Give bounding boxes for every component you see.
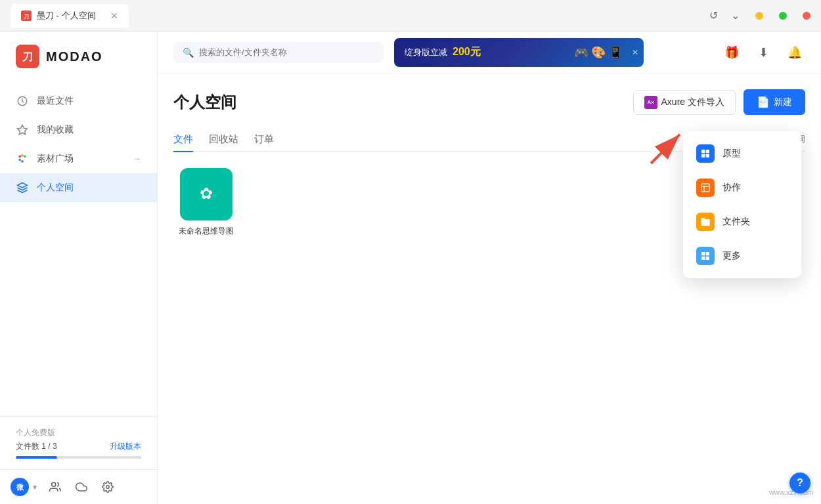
dropdown-item-folder[interactable]: 文件夹 xyxy=(683,205,801,239)
dropdown-item-collab-label: 协作 xyxy=(722,182,741,194)
reload-btn[interactable]: ↺ xyxy=(709,9,718,22)
logo-text: MODAO xyxy=(46,49,103,64)
svg-rect-17 xyxy=(701,154,705,158)
file-count-row: 文件数 1 / 3 升级版本 xyxy=(16,441,141,452)
svg-line-27 xyxy=(651,135,680,163)
tab-orders[interactable]: 订单 xyxy=(254,128,274,151)
axure-import-btn[interactable]: Ax Axure 文件导入 xyxy=(633,90,736,115)
users-icon[interactable] xyxy=(46,478,64,496)
avatar[interactable]: 微 xyxy=(11,478,29,496)
banner-highlight: 200元 xyxy=(453,45,481,59)
svg-text:刀: 刀 xyxy=(23,13,29,19)
file-thumbnail: ✿ xyxy=(180,168,233,220)
win-maximize-btn[interactable] xyxy=(779,12,787,20)
svg-rect-19 xyxy=(701,184,709,192)
file-name: 未命名思维导图 xyxy=(179,226,234,237)
sidebar-item-recent-label: 最近文件 xyxy=(37,95,74,107)
dropdown-item-prototype[interactable]: 原型 xyxy=(683,136,801,171)
tab-files-label: 文件 xyxy=(173,133,193,144)
axure-icon: Ax xyxy=(644,96,657,109)
tab-orders-label: 订单 xyxy=(254,133,274,144)
clock-icon xyxy=(16,94,29,108)
browser-controls: ↺ ⌄ xyxy=(709,9,810,22)
avatar-dropdown-icon: ▼ xyxy=(32,484,38,491)
sidebar-item-favorites[interactable]: 我的收藏 xyxy=(0,116,157,144)
new-btn[interactable]: 📄 新建 xyxy=(743,89,805,115)
logo-icon: 刀 xyxy=(16,45,39,68)
sidebar-item-personal[interactable]: 个人空间 xyxy=(0,173,157,202)
svg-point-10 xyxy=(21,160,24,163)
sidebar-item-assets-label: 素材广场 xyxy=(37,153,74,165)
avatar-text: 微 xyxy=(16,482,24,492)
collab-icon xyxy=(696,178,715,197)
tab-trash-label: 回收站 xyxy=(209,133,238,144)
tab-favicon: 刀 xyxy=(21,10,32,21)
sidebar: 刀 MODAO 最近文件 我的收藏 xyxy=(0,32,158,504)
browser-chrome: 刀 墨刀 - 个人空间 ✕ ↺ ⌄ xyxy=(0,0,821,32)
axure-btn-label: Axure 文件导入 xyxy=(661,96,724,108)
dropdown-item-more-label: 更多 xyxy=(722,250,741,262)
page-header: 个人空间 Ax Axure 文件导入 📄 新建 xyxy=(173,89,805,115)
svg-point-6 xyxy=(18,155,21,158)
sidebar-item-recent[interactable]: 最近文件 xyxy=(0,87,157,116)
svg-point-12 xyxy=(106,486,110,489)
header-actions: Ax Axure 文件导入 📄 新建 xyxy=(633,89,805,115)
promo-banner[interactable]: 绽身版立减 200元 🎮 🎨 📱 ✕ xyxy=(394,38,644,67)
star-icon xyxy=(16,123,29,136)
nav-arrow-icon: → xyxy=(133,154,141,163)
file-item[interactable]: ✿ 未命名思维导图 xyxy=(173,168,239,237)
sidebar-item-personal-label: 个人空间 xyxy=(37,182,74,194)
progress-bar-fill xyxy=(16,456,57,459)
svg-rect-15 xyxy=(701,150,705,153)
svg-point-11 xyxy=(52,482,56,486)
svg-point-8 xyxy=(24,155,26,158)
upgrade-link[interactable]: 升级版本 xyxy=(110,441,141,452)
new-icon: 📄 xyxy=(757,96,770,108)
svg-rect-25 xyxy=(706,257,709,260)
more-icon xyxy=(696,247,715,265)
banner-close-btn[interactable]: ✕ xyxy=(632,48,638,57)
topbar-right: 🎁 ⬇ 🔔 xyxy=(721,42,805,63)
topbar: 🔍 绽身版立减 200元 🎮 🎨 📱 ✕ 🎁 ⬇ 🔔 xyxy=(158,32,821,74)
tab-trash[interactable]: 回收站 xyxy=(209,128,238,151)
folder-icon xyxy=(696,213,715,231)
menu-btn[interactable]: ⌄ xyxy=(731,9,740,22)
settings-icon[interactable] xyxy=(99,478,117,496)
dropdown-item-collab[interactable]: 协作 xyxy=(683,171,801,205)
dropdown-menu: 原型 协作 文件夹 更多 xyxy=(683,131,801,278)
banner-text: 绽身版立减 xyxy=(405,47,447,58)
svg-point-7 xyxy=(21,154,24,157)
dropdown-item-more[interactable]: 更多 xyxy=(683,239,801,273)
sidebar-footer: 个人免费版 文件数 1 / 3 升级版本 xyxy=(0,416,157,469)
tab-files[interactable]: 文件 xyxy=(173,128,193,151)
prototype-icon xyxy=(696,144,715,163)
page-title: 个人空间 xyxy=(173,92,236,113)
win-minimize-btn[interactable] xyxy=(755,12,763,20)
svg-rect-16 xyxy=(706,150,709,153)
gift-icon[interactable]: 🎁 xyxy=(721,42,742,63)
help-btn[interactable]: ? xyxy=(789,472,810,494)
tab-close-btn[interactable]: ✕ xyxy=(110,10,118,21)
arrow-pointer xyxy=(640,121,693,177)
sidebar-bottom: 微 ▼ xyxy=(0,469,157,504)
sidebar-nav: 最近文件 我的收藏 素材广场 → 个 xyxy=(0,81,157,416)
cloud-icon[interactable] xyxy=(72,478,91,496)
browser-tab[interactable]: 刀 墨刀 - 个人空间 ✕ xyxy=(11,4,129,28)
dropdown-item-folder-label: 文件夹 xyxy=(722,216,750,228)
sidebar-item-assets[interactable]: 素材广场 → xyxy=(0,144,157,173)
version-label: 个人免费版 xyxy=(16,427,141,438)
win-close-btn[interactable] xyxy=(803,12,810,20)
bell-icon[interactable]: 🔔 xyxy=(784,42,805,63)
palette-icon xyxy=(16,152,29,165)
svg-text:✿: ✿ xyxy=(200,184,213,202)
search-input[interactable] xyxy=(199,47,374,57)
search-icon: 🔍 xyxy=(183,47,194,58)
download-icon[interactable]: ⬇ xyxy=(753,42,774,63)
svg-point-9 xyxy=(18,159,21,161)
banner-icons: 🎮 🎨 📱 xyxy=(574,45,623,60)
search-box[interactable]: 🔍 xyxy=(173,42,384,63)
svg-rect-18 xyxy=(706,154,709,158)
file-count-text: 文件数 1 / 3 xyxy=(16,441,57,452)
dropdown-item-prototype-label: 原型 xyxy=(722,148,741,159)
tab-title: 墨刀 - 个人空间 xyxy=(37,10,96,22)
